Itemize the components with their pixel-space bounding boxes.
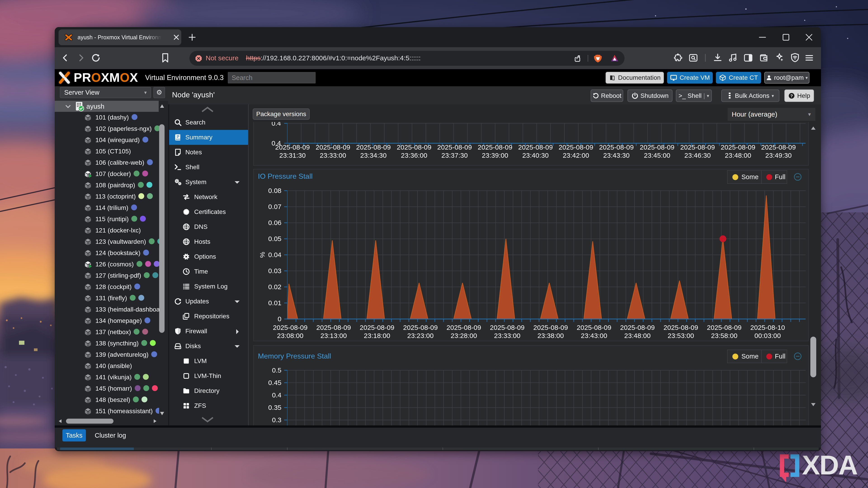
svg-text:0.02: 0.02 [268, 283, 281, 291]
svg-text:23:48:00: 23:48:00 [725, 152, 751, 159]
svg-text:23:38:00: 23:38:00 [537, 332, 564, 339]
svg-text:23:36:00: 23:36:00 [401, 152, 428, 159]
svg-text:23:18:00: 23:18:00 [364, 332, 391, 339]
svg-text:2025-08-09: 2025-08-09 [397, 143, 431, 151]
svg-text:2025-08-09: 2025-08-09 [577, 324, 611, 331]
svg-text:2025-08-09: 2025-08-09 [360, 324, 394, 331]
svg-text:0.4: 0.4 [272, 391, 281, 399]
svg-text:23:46:30: 23:46:30 [684, 152, 711, 159]
svg-text:XDA: XDA [802, 450, 857, 480]
svg-text:2025-08-09: 2025-08-09 [356, 143, 391, 151]
svg-text:0.07: 0.07 [268, 203, 281, 210]
svg-text:23:33:00: 23:33:00 [320, 152, 346, 159]
svg-text:2025-08-09: 2025-08-09 [599, 143, 633, 151]
svg-text:2025-08-09: 2025-08-09 [273, 324, 307, 331]
svg-text:23:13:00: 23:13:00 [320, 332, 347, 339]
svg-text:2025-08-09: 2025-08-09 [721, 143, 755, 151]
svg-text:%: % [258, 252, 266, 258]
svg-text:23:08:00: 23:08:00 [277, 332, 304, 339]
svg-text:23:33:00: 23:33:00 [494, 332, 521, 339]
svg-text:2025-08-09: 2025-08-09 [707, 324, 741, 331]
svg-text:2025-08-09: 2025-08-09 [446, 324, 481, 331]
svg-text:0.03: 0.03 [268, 267, 281, 274]
svg-text:0: 0 [278, 315, 281, 323]
svg-text:2025-08-09: 2025-08-09 [559, 143, 593, 151]
svg-text:23:49:30: 23:49:30 [765, 152, 792, 159]
svg-text:2025-08-09: 2025-08-09 [663, 324, 698, 331]
svg-text:0.5: 0.5 [272, 366, 281, 374]
svg-text:2025-08-09: 2025-08-09 [477, 143, 512, 151]
svg-text:2025-08-09: 2025-08-09 [315, 143, 350, 151]
svg-text:23:34:30: 23:34:30 [360, 152, 387, 159]
svg-text:0.35: 0.35 [268, 404, 281, 411]
svg-text:23:58:00: 23:58:00 [711, 332, 738, 339]
svg-text:00:03:00: 00:03:00 [754, 332, 781, 339]
svg-text:2025-08-09: 2025-08-09 [620, 324, 655, 331]
svg-text:23:31:30: 23:31:30 [279, 152, 306, 159]
svg-text:0.08: 0.08 [268, 187, 281, 194]
svg-text:0.4: 0.4 [272, 122, 281, 127]
svg-text:2025-08-09: 2025-08-09 [518, 143, 553, 151]
svg-text:2025-08-09: 2025-08-09 [316, 324, 351, 331]
svg-text:0.04: 0.04 [268, 251, 281, 258]
svg-text:2025-08-09: 2025-08-09 [680, 143, 715, 151]
svg-text:23:42:00: 23:42:00 [563, 152, 589, 159]
svg-text:23:43:00: 23:43:00 [581, 332, 608, 339]
svg-text:23:39:00: 23:39:00 [482, 152, 508, 159]
svg-text:2025-08-09: 2025-08-09 [640, 143, 674, 151]
svg-text:23:45:00: 23:45:00 [644, 152, 671, 159]
svg-text:23:53:00: 23:53:00 [668, 332, 694, 339]
svg-text:2025-08-09: 2025-08-09 [533, 324, 568, 331]
svg-text:0.3: 0.3 [272, 416, 281, 424]
svg-text:2025-08-09: 2025-08-09 [403, 324, 438, 331]
svg-text:?: ? [790, 93, 793, 98]
svg-text:0.01: 0.01 [268, 299, 281, 306]
svg-text:23:40:30: 23:40:30 [522, 152, 549, 159]
svg-text:2025-08-10: 2025-08-10 [750, 324, 785, 331]
svg-text:2025-08-09: 2025-08-09 [490, 324, 524, 331]
svg-text:23:37:30: 23:37:30 [441, 152, 468, 159]
svg-text:23:23:00: 23:23:00 [407, 332, 434, 339]
svg-text:2025-08-09: 2025-08-09 [437, 143, 472, 151]
svg-text:23:43:30: 23:43:30 [603, 152, 630, 159]
svg-text:0.06: 0.06 [268, 219, 281, 226]
svg-text:0.45: 0.45 [268, 379, 281, 386]
svg-text:23:48:00: 23:48:00 [624, 332, 651, 339]
svg-text:0.05: 0.05 [268, 235, 281, 242]
svg-text:2025-08-09: 2025-08-09 [761, 143, 796, 151]
svg-text:0.4: 0.4 [272, 139, 281, 147]
svg-text:23:28:00: 23:28:00 [451, 332, 477, 339]
